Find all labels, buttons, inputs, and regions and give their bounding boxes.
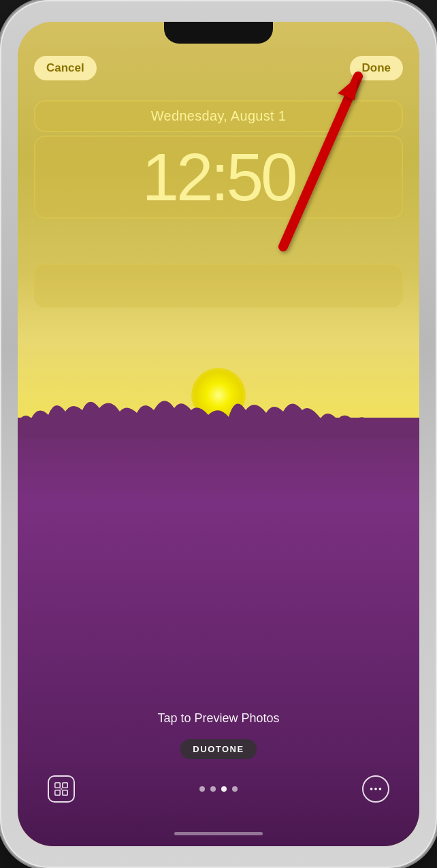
svg-point-7 [374, 788, 377, 790]
bottom-toolbar [18, 773, 419, 805]
svg-rect-3 [63, 783, 67, 788]
notch [164, 22, 273, 44]
svg-point-8 [379, 788, 382, 790]
more-options-button[interactable] [359, 773, 392, 805]
page-dot-4 [232, 786, 238, 792]
page-dot-1 [199, 786, 205, 792]
filters-button[interactable] [45, 773, 78, 805]
done-button[interactable]: Done [350, 56, 404, 80]
tap-preview-text[interactable]: Tap to Preview Photos [157, 711, 279, 726]
svg-rect-2 [55, 783, 60, 788]
phone-frame: Cancel Done Wednesday, August 1 12:50 [0, 0, 437, 868]
page-dot-2 [210, 786, 216, 792]
duotone-badge: DUOTONE [180, 739, 256, 759]
top-buttons: Cancel Done [18, 56, 419, 80]
time-widget[interactable]: 12:50 [34, 136, 403, 219]
home-indicator [174, 832, 263, 835]
date-widget[interactable]: Wednesday, August 1 [34, 100, 403, 132]
phone-screen: Cancel Done Wednesday, August 1 12:50 [18, 22, 419, 846]
page-dots [199, 786, 238, 792]
ui-layer: Cancel Done Wednesday, August 1 12:50 [18, 22, 419, 846]
magic-wand-icon [48, 775, 75, 803]
bottom-section: Tap to Preview Photos DUOTONE [18, 711, 419, 805]
page-dot-3 [221, 786, 227, 792]
cancel-button[interactable]: Cancel [34, 56, 97, 80]
time-text: 12:50 [142, 140, 295, 215]
svg-rect-5 [63, 790, 67, 795]
more-options-icon [362, 775, 389, 803]
svg-point-6 [370, 788, 373, 790]
empty-widget[interactable] [34, 264, 403, 307]
svg-rect-4 [55, 790, 60, 795]
date-text: Wednesday, August 1 [151, 108, 286, 123]
